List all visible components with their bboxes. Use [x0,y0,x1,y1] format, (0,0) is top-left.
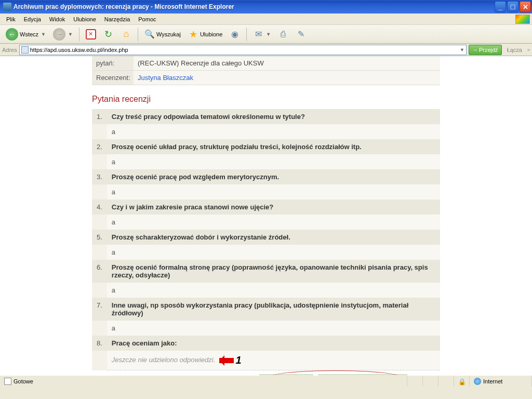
status-ready: Gotowe [0,376,407,387]
status-bar: Gotowe 🔒 Internet [0,375,532,387]
go-label: Przejdź [479,47,498,53]
status-zone: Internet [470,376,532,387]
menu-bar: Plik Edycja Widok Ulubione Narzędzia Pom… [0,14,532,25]
status-cell [407,376,423,387]
search-label: Wyszukaj [156,31,181,37]
minimize-button[interactable]: _ [495,1,506,12]
question-text: Proszę ocenić pracę pod względem merytor… [107,169,440,184]
approve-button[interactable]: ZATWIERDŹ [259,375,313,375]
question-number: 6. [92,260,107,283]
menu-tools[interactable]: Narzędzia [100,15,135,23]
forward-icon: → [53,28,65,41]
stop-button[interactable]: ✕ [83,28,99,41]
answer-cell [92,283,107,298]
answer-cell [92,245,107,260]
viewport[interactable]: pytań: (REC-UKSW) Recenzje dla całego UK… [0,56,532,375]
reviewer-link[interactable]: Justyna Błaszczak [138,74,193,82]
print-icon: ⎙ [278,29,288,39]
separator [246,28,247,41]
forward-button[interactable]: → ▼ [50,26,75,42]
info-value: (REC-UKSW) Recenzje dla całego UKSW [134,56,440,70]
question-text: Inne uwagi, np sposób wykorzystania prac… [107,298,440,321]
menu-edit[interactable]: Edycja [20,15,45,23]
question-text: Pracę oceniam jako: [107,336,440,351]
refresh-button[interactable]: ↻ [101,28,116,41]
media-icon: ◉ [230,29,240,39]
annotation-number: 1 [236,354,242,366]
favorites-button[interactable]: ★ Ulubione [185,28,225,41]
links-label[interactable]: Łącza [504,47,525,53]
toolbar: ← Wstecz ▼ → ▼ ✕ ↻ ⌂ 🔍 Wyszukaj ★ Ulubio… [0,25,532,44]
question-text: Proszę scharakteryzować dobór i wykorzys… [107,230,440,245]
qa-table: 1.Czy treść pracy odpowiada tematowi okr… [92,109,440,370]
menu-view[interactable]: Widok [45,15,70,23]
question-text: Proszę ocenić formalną stronę pracy (pop… [107,260,440,283]
maximize-button[interactable]: □ [507,1,518,12]
answer-text: a [107,154,440,169]
separator [79,28,79,41]
mail-button[interactable]: ✉▼ [250,28,273,41]
answer-cell [92,154,107,169]
chevron-down-icon: ▼ [41,32,46,37]
answer-text: a [107,184,440,200]
star-icon: ★ [188,29,198,39]
answer-text: a [107,245,440,260]
question-text: Czy treść pracy odpowiada tematowi okreś… [107,109,440,124]
question-number: 2. [92,139,107,154]
back-label: Wstecz [20,31,38,37]
refresh-icon: ↻ [103,29,114,39]
separator [138,28,138,41]
question-number: 8. [92,336,107,351]
question-number: 5. [92,230,107,245]
info-row-reviewer: Recenzent: Justyna Błaszczak [92,71,440,85]
question-number: 3. [92,169,107,184]
chevron-down-icon: ▼ [68,32,73,37]
chevron-down-icon: ▼ [266,32,271,37]
search-icon: 🔍 [144,29,155,39]
annotation-arrow-icon [219,358,234,363]
answer-text: a [107,321,440,336]
question-number: 4. [92,200,107,215]
chevron-down-icon[interactable]: ▼ [460,47,464,52]
page-icon [21,46,29,54]
zone-text: Internet [483,378,502,384]
stop-icon: ✕ [86,29,96,39]
search-button[interactable]: 🔍 Wyszukaj [142,28,183,41]
edit-icon: ✎ [296,29,306,39]
info-key: pytań: [92,56,134,70]
back-icon: ← [6,28,18,41]
go-icon: → [472,47,478,53]
favorites-label: Ulubione [200,31,222,37]
document-icon [4,378,11,385]
go-button[interactable]: → Przejdź [469,45,502,55]
address-field[interactable]: https://apd.usos.uksw.edu.pl/index.php ▼ [19,45,467,55]
home-icon: ⌂ [121,29,131,39]
window-title: Archiwum prac dyplomowych: recenzja prac… [14,3,494,10]
info-row-questionset: pytań: (REC-UKSW) Recenzje dla całego UK… [92,56,440,71]
globe-icon [474,378,481,385]
back-button[interactable]: ← Wstecz ▼ [3,26,48,42]
status-cell: 🔒 [454,376,470,387]
no-answer-text: Jeszcze nie udzielono odpowiedzi. 1 [107,351,440,370]
window-titlebar: Archiwum prac dyplomowych: recenzja prac… [0,0,532,14]
print-button[interactable]: ⎙ [275,28,291,41]
answer-cell [92,184,107,200]
menu-file[interactable]: Plik [2,15,20,23]
lock-icon: 🔒 [458,378,464,384]
menu-favorites[interactable]: Ulubione [69,15,100,23]
edit-button[interactable]: ✎ [293,28,309,41]
answer-text: a [107,283,440,298]
close-button[interactable]: ✕ [520,1,531,12]
home-button[interactable]: ⌂ [118,28,134,41]
correct-answers-button[interactable]: POPRAW ODPOWIEDZI [318,375,407,375]
ie-icon [3,3,11,11]
status-cell [423,376,438,387]
menu-help[interactable]: Pomoc [134,15,160,23]
answer-text: a [107,124,440,139]
address-bar: Adres https://apd.usos.uksw.edu.pl/index… [0,44,532,56]
answer-cell [92,351,107,370]
media-button[interactable]: ◉ [227,28,243,41]
windows-flag-icon [515,15,530,24]
question-text: Czy i w jakim zakresie praca stanowi now… [107,200,440,215]
question-text: Proszę ocenić układ pracy, strukturę pod… [107,139,440,154]
